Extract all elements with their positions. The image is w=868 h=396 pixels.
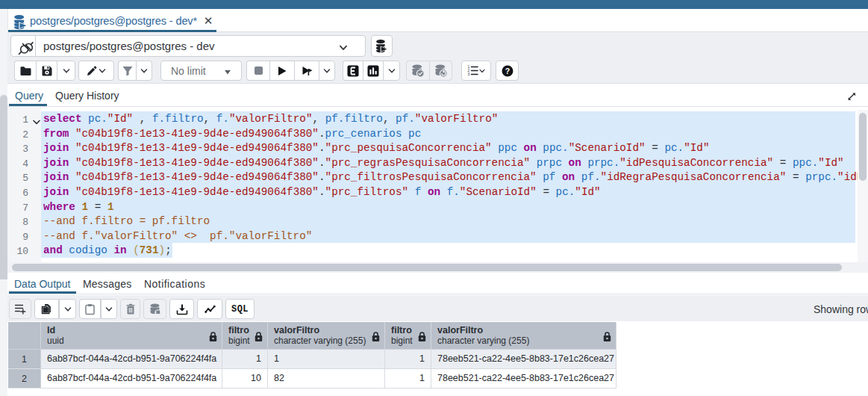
svg-text:3: 3 (467, 72, 469, 76)
svg-text:?: ? (505, 66, 509, 75)
